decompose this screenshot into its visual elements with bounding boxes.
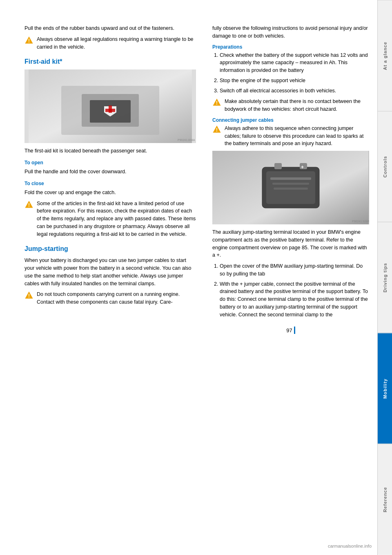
first-aid-description: The first-aid kit is located beneath the…	[24, 147, 196, 155]
warning-text-prep: Make absolutely certain that there is no…	[225, 98, 369, 113]
warning-box-2: ! Some of the articles in the first-aid …	[24, 200, 196, 238]
svg-text:P90241.928R: P90241.928R	[352, 220, 369, 223]
prep-step-3: Switch off all electrical accessories in…	[220, 87, 369, 95]
jump-starting-section: Jump-starting When your battery is disch…	[24, 245, 196, 306]
svg-text:!: !	[216, 100, 218, 106]
connecting-title: Connecting jumper cables	[212, 117, 369, 123]
svg-text:P90241.834A: P90241.834A	[178, 139, 195, 141]
first-aid-section: First-aid kit*	[24, 58, 196, 238]
preparations-list: Check whether the battery of the support…	[212, 51, 369, 95]
svg-rect-23	[274, 163, 282, 169]
to-open-label: To open	[24, 159, 196, 166]
first-aid-image: P90241.834A	[24, 69, 196, 143]
svg-text:!: !	[28, 38, 30, 43]
warning-text-1: Always observe all legal regulations req…	[37, 36, 196, 51]
preparations-title: Preparations	[212, 44, 369, 50]
main-content: Pull the ends of the rubber bands upward…	[0, 0, 377, 555]
to-close-label: To close	[24, 180, 196, 187]
svg-text:+: +	[301, 164, 304, 170]
connecting-section: Connecting jumper cables ! Always adhere…	[212, 117, 369, 319]
first-aid-title: First-aid kit*	[24, 58, 196, 65]
jump-starting-title: Jump-starting	[24, 245, 196, 253]
page-container: Pull the ends of the rubber bands upward…	[0, 0, 392, 555]
warning-box-prep: ! Make absolutely certain that there is …	[212, 98, 369, 113]
sidebar-tab-reference[interactable]: Reference	[378, 444, 392, 555]
sidebar-tab-at-a-glance[interactable]: At a glance	[378, 0, 392, 111]
svg-rect-9	[105, 109, 115, 112]
svg-rect-28	[274, 188, 308, 190]
prep-step-2: Stop the engine of the support vehicle	[220, 77, 369, 85]
svg-text:!: !	[216, 127, 218, 132]
right-column: fully observe the following instructions…	[204, 25, 369, 539]
warning-text-connecting: Always adhere to this sequence when conn…	[225, 125, 369, 148]
svg-rect-27	[272, 183, 309, 185]
warning-box-3: ! Do not touch components carrying curre…	[24, 291, 196, 306]
svg-text:!: !	[28, 202, 30, 208]
page-num-bar	[294, 327, 295, 334]
page-number: 97	[286, 327, 292, 333]
sidebar: At a glance Controls Driving tips Mobili…	[377, 0, 392, 555]
svg-text:!: !	[28, 293, 30, 299]
connecting-steps-list: Open the cover of the BMW auxiliary jump…	[212, 262, 369, 318]
warning-icon-connecting: !	[212, 125, 221, 134]
left-column: Pull the ends of the rubber bands upward…	[24, 25, 196, 539]
prep-step-1: Check whether the battery of the support…	[220, 51, 369, 74]
sidebar-tab-driving-tips[interactable]: Driving tips	[378, 222, 392, 333]
watermark: carmanualsonline.info	[328, 544, 372, 548]
sidebar-tab-controls[interactable]: Controls	[378, 111, 392, 222]
warning-box-1: ! Always observe all legal regulations r…	[24, 36, 196, 51]
intro-text: Pull the ends of the rubber bands upward…	[24, 25, 196, 32]
svg-rect-26	[270, 177, 311, 180]
jump-image: + P90241.928R	[212, 151, 369, 224]
intro-continued: fully observe the following instructions…	[212, 25, 369, 40]
connect-step-1: Open the cover of the BMW auxiliary jump…	[220, 262, 369, 278]
connect-step-2: With the + jumper cable, connect the pos…	[220, 280, 369, 319]
page-number-container: 97	[212, 327, 369, 334]
warning-box-connecting: ! Always adhere to this sequence when co…	[212, 125, 369, 148]
warning-text-2: Some of the articles in the first-aid ki…	[37, 200, 196, 238]
connecting-description: The auxiliary jump-starting terminal loc…	[212, 228, 369, 259]
warning-icon-prep: !	[212, 98, 221, 107]
sidebar-tab-mobility[interactable]: Mobility	[378, 333, 392, 444]
jump-starting-intro: When your battery is discharged you can …	[24, 257, 196, 287]
to-close-text: Fold the cover up and engage the catch.	[24, 189, 196, 197]
warning-text-3: Do not touch components carrying current…	[37, 291, 196, 306]
preparations-section: Preparations Check whether the battery o…	[212, 44, 369, 113]
warning-icon-2: !	[24, 200, 33, 209]
warning-icon-1: !	[24, 36, 33, 45]
warning-icon-3: !	[24, 291, 33, 300]
to-open-text: Pull the handle and fold the cover downw…	[24, 168, 196, 176]
